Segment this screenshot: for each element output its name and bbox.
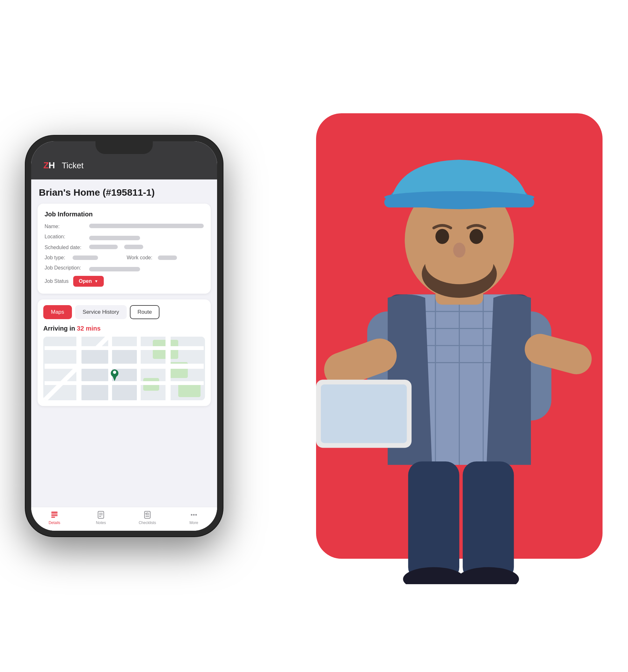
status-value: Open xyxy=(79,279,92,284)
svg-rect-60 xyxy=(145,513,149,513)
svg-rect-54 xyxy=(51,517,55,518)
job-title: Brian's Home (#195811-1) xyxy=(38,187,211,198)
svg-rect-24 xyxy=(321,384,407,443)
worker-area xyxy=(300,107,619,584)
zh-logo: ZH xyxy=(41,157,57,174)
svg-rect-39 xyxy=(137,337,141,400)
arrival-text: Arriving in 32 mins xyxy=(43,325,205,332)
svg-rect-40 xyxy=(165,337,170,400)
phone-wrapper: ZH Ticket Brian's Home (#195811-1) Job I… xyxy=(25,136,223,536)
phone-frame: ZH Ticket Brian's Home (#195811-1) Job I… xyxy=(25,136,223,536)
svg-rect-36 xyxy=(45,346,204,350)
svg-rect-61 xyxy=(145,514,149,515)
job-info-card: Job Information Name: Location: xyxy=(38,203,211,294)
svg-rect-25 xyxy=(408,461,459,581)
job-desc-values xyxy=(89,265,204,271)
maps-tab-button[interactable]: Maps xyxy=(43,305,72,319)
status-label: Job Status xyxy=(45,279,69,284)
svg-point-16 xyxy=(469,229,483,244)
work-code-bar xyxy=(158,256,177,260)
status-section: Job Status Open ▼ xyxy=(45,276,204,287)
nav-item-details[interactable]: Details xyxy=(31,510,78,525)
svg-point-17 xyxy=(453,242,466,258)
bottom-nav: Details Notes xyxy=(31,507,217,531)
name-label: Name: xyxy=(45,224,86,230)
screen-content: ZH Ticket Brian's Home (#195811-1) Job I… xyxy=(31,141,217,531)
scene: ZH Ticket Brian's Home (#195811-1) Job I… xyxy=(0,0,628,672)
svg-rect-44 xyxy=(82,369,108,381)
checklists-icon xyxy=(143,510,152,519)
svg-rect-57 xyxy=(99,514,103,515)
location-bar-2 xyxy=(89,236,140,240)
service-history-tab-button[interactable]: Service History xyxy=(75,305,127,319)
scheduled-date-bar-2 xyxy=(124,245,143,249)
arrival-prefix: Arriving in xyxy=(43,325,77,332)
nav-details-label: Details xyxy=(49,521,61,525)
app-title: Ticket xyxy=(62,161,84,171)
svg-rect-58 xyxy=(99,516,101,517)
phone-screen: ZH Ticket Brian's Home (#195811-1) Job I… xyxy=(31,141,217,531)
screen-body: Brian's Home (#195811-1) Job Information… xyxy=(31,179,217,507)
route-tab-button[interactable]: Route xyxy=(130,305,160,319)
maps-tab-card: Maps Service History Route Arriving in 3… xyxy=(38,299,211,406)
logo-text: ZH xyxy=(43,160,54,171)
scheduled-date-row: Scheduled date: xyxy=(45,245,204,250)
details-icon xyxy=(50,510,59,519)
logo-accent: Z xyxy=(43,160,48,170)
svg-rect-56 xyxy=(99,513,103,513)
job-type-bar xyxy=(73,256,98,260)
svg-point-65 xyxy=(195,514,197,516)
work-code-label: Work code: xyxy=(127,255,155,261)
svg-rect-62 xyxy=(145,516,149,517)
svg-rect-47 xyxy=(112,385,137,400)
svg-rect-26 xyxy=(463,461,514,581)
svg-point-50 xyxy=(113,371,116,374)
tab-buttons: Maps Service History Route xyxy=(43,305,205,319)
status-button[interactable]: Open ▼ xyxy=(73,276,104,287)
svg-rect-38 xyxy=(108,337,112,400)
location-label: Location: xyxy=(45,234,86,240)
notch xyxy=(95,141,153,154)
nav-item-more[interactable]: More xyxy=(170,510,217,525)
svg-rect-52 xyxy=(51,513,57,514)
job-desc-row: Job Description: xyxy=(45,265,204,271)
nav-more-label: More xyxy=(189,521,198,525)
location-row: Location: xyxy=(45,234,204,240)
svg-point-64 xyxy=(193,514,195,516)
job-type-label: Job type: xyxy=(45,255,70,261)
job-desc-label: Job Description: xyxy=(45,265,86,271)
svg-rect-34 xyxy=(45,364,204,369)
arrival-time: 32 mins xyxy=(77,325,100,332)
more-icon xyxy=(189,510,198,519)
nav-checklists-label: Checklists xyxy=(139,521,156,525)
name-value-bar xyxy=(89,224,204,228)
job-desc-bar-2 xyxy=(89,267,140,271)
notes-icon xyxy=(96,510,106,519)
map-area xyxy=(43,337,205,400)
svg-rect-53 xyxy=(51,515,57,516)
name-row: Name: xyxy=(45,224,204,230)
svg-rect-35 xyxy=(45,381,204,385)
svg-point-15 xyxy=(436,229,449,244)
nav-item-notes[interactable]: Notes xyxy=(78,510,124,525)
svg-rect-51 xyxy=(51,512,57,513)
nav-notes-label: Notes xyxy=(96,521,106,525)
svg-point-20 xyxy=(384,191,534,203)
job-type-work-code-row: Job type: Work code: xyxy=(45,255,204,261)
nav-item-checklists[interactable]: Checklists xyxy=(124,510,170,525)
scheduled-date-label: Scheduled date: xyxy=(45,245,86,250)
scheduled-date-bar-1 xyxy=(89,245,118,249)
svg-rect-46 xyxy=(82,385,108,400)
svg-rect-42 xyxy=(82,350,108,364)
job-type-field: Job type: xyxy=(45,255,122,261)
svg-rect-43 xyxy=(112,350,137,364)
job-info-card-title: Job Information xyxy=(45,211,204,218)
chevron-down-icon: ▼ xyxy=(95,279,98,284)
work-code-field: Work code: xyxy=(127,255,204,261)
svg-point-63 xyxy=(191,514,192,516)
location-values xyxy=(89,234,204,240)
